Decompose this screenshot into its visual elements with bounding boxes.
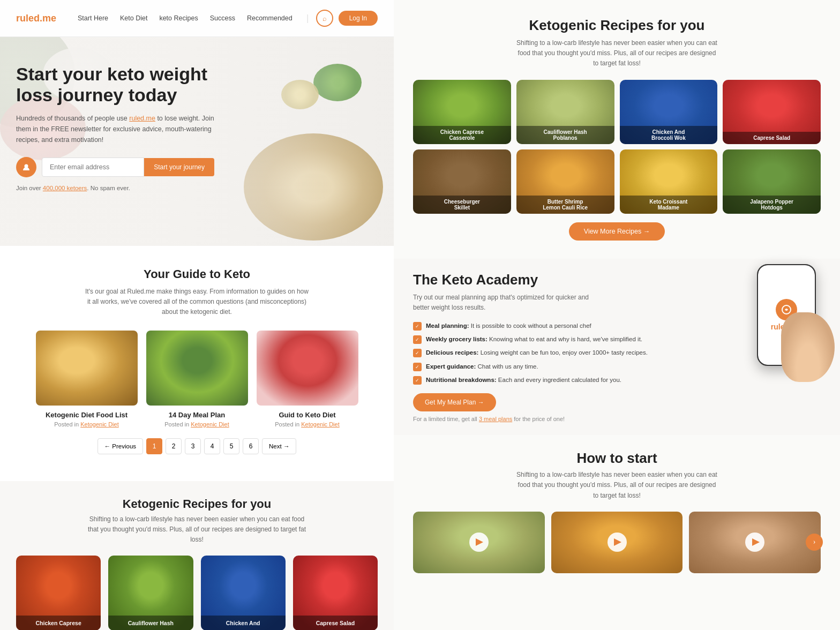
how-to-start-section: How to start Shifting to a low-carb life… bbox=[394, 435, 840, 584]
guide-card-img-inner-0 bbox=[36, 331, 138, 406]
bottom-recipe-row: Chicken Caprese Cauliflower Hash Chicken… bbox=[16, 556, 378, 630]
play-icon-0 bbox=[476, 538, 483, 546]
guide-card-img-inner-2 bbox=[257, 331, 358, 406]
avatar-icon bbox=[16, 157, 36, 177]
guide-title: Your Guide to Keto bbox=[16, 267, 378, 281]
limited-offer-text: For a limited time, get all 3 meal plans… bbox=[413, 416, 821, 422]
right-recipes-desc: Shifting to a low-carb lifestyle has nev… bbox=[515, 38, 719, 69]
feature-check-3: ✓ bbox=[413, 363, 422, 371]
view-more-button[interactable]: View More Recipes bbox=[569, 222, 665, 241]
guide-section: Your Guide to Keto It's our goal at Rule… bbox=[0, 246, 394, 481]
pagination-5[interactable]: 5 bbox=[223, 438, 239, 454]
how-video-2[interactable] bbox=[689, 512, 821, 573]
academy-feature-4: ✓ Nutritional breakdowns: Each and every… bbox=[413, 376, 821, 385]
bottom-recipe-label-3: Caprese Salad bbox=[293, 616, 378, 630]
how-video-0[interactable] bbox=[413, 512, 545, 573]
how-videos-next-arrow[interactable]: › bbox=[806, 534, 823, 551]
play-button-0[interactable] bbox=[469, 532, 489, 552]
how-video-1[interactable] bbox=[551, 512, 683, 573]
join-text: Join over 400,000 ketoers. No spam ever. bbox=[16, 185, 214, 191]
bottom-recipe-2[interactable]: Chicken And bbox=[201, 556, 286, 630]
feature-check-4: ✓ bbox=[413, 376, 422, 385]
pagination-next[interactable]: Next → bbox=[262, 438, 296, 454]
pagination-6[interactable]: 6 bbox=[243, 438, 259, 454]
feature-text-2: Delicious recipes: Losing weight can be … bbox=[426, 348, 648, 357]
play-icon-2 bbox=[752, 538, 760, 546]
hero-content: Start your keto weight loss journey toda… bbox=[0, 37, 230, 213]
recipe-tile-7[interactable]: Jalapeno PopperHotdogs bbox=[723, 149, 821, 214]
pagination-3[interactable]: 3 bbox=[185, 438, 201, 454]
guide-desc: It's our goal at Ruled.me make things ea… bbox=[85, 287, 310, 318]
recipe-tile-label-6: Keto CroissantMadame bbox=[620, 196, 718, 214]
nav-start-here[interactable]: Start Here bbox=[78, 14, 108, 22]
guide-card-cat-2: Posted in Ketogenic Diet bbox=[257, 421, 358, 428]
pagination: ← Previous 1 2 3 4 5 6 Next → bbox=[16, 428, 378, 465]
phone-brand-icon bbox=[781, 304, 792, 315]
get-plan-button[interactable]: Get My Meal Plan bbox=[413, 393, 496, 411]
logo-text-me: me bbox=[42, 13, 56, 24]
guide-card-img-inner-1 bbox=[146, 331, 248, 406]
nav-keto-recipes[interactable]: keto Recipes bbox=[159, 14, 198, 22]
search-button[interactable]: ⌕ bbox=[316, 10, 333, 27]
email-input[interactable] bbox=[42, 158, 144, 177]
bottom-recipe-label-2: Chicken And bbox=[201, 616, 286, 630]
nav-links: Start Here Keto Diet keto Recipes Succes… bbox=[78, 14, 304, 22]
guide-card-title-0: Ketogenic Diet Food List bbox=[36, 411, 138, 419]
hero-section: Start your keto weight loss journey toda… bbox=[0, 37, 394, 246]
recipe-tile-label-1: Cauliflower HashPoblanos bbox=[516, 126, 614, 144]
pagination-1[interactable]: 1 bbox=[146, 438, 162, 454]
play-button-1[interactable] bbox=[608, 532, 627, 552]
nav-divider: | bbox=[306, 13, 308, 23]
recipe-tile-0[interactable]: Chicken CapreseCasserole bbox=[413, 80, 511, 144]
navbar: ruled.me Start Here Keto Diet keto Recip… bbox=[0, 0, 394, 37]
feature-check-2: ✓ bbox=[413, 349, 422, 357]
recipe-tile-5[interactable]: Butter ShrimpLemon Cauli Rice bbox=[516, 149, 614, 214]
logo-text-ruled: ruled. bbox=[16, 13, 42, 24]
recipe-tile-1[interactable]: Cauliflower HashPoblanos bbox=[516, 80, 614, 144]
guide-card-img-2 bbox=[257, 331, 358, 406]
bottom-recipe-0[interactable]: Chicken Caprese bbox=[16, 556, 101, 630]
recipe-tile-4[interactable]: CheeseburgerSkillet bbox=[413, 149, 511, 214]
nav-actions: | ⌕ Log In bbox=[304, 10, 378, 27]
recipe-tile-6[interactable]: Keto CroissantMadame bbox=[620, 149, 718, 214]
start-journey-button[interactable]: Start your journey bbox=[144, 158, 214, 176]
right-recipes-section: Ketogenic Recipes for you Shifting to a … bbox=[394, 0, 840, 259]
bottom-recipes-desc: Shifting to a low-carb lifestyle has nev… bbox=[85, 514, 310, 545]
guide-card-2: Guid to Keto Diet Posted in Ketogenic Di… bbox=[257, 331, 358, 428]
bottom-recipe-3[interactable]: Caprese Salad bbox=[293, 556, 378, 630]
nav-recommended[interactable]: Recommended bbox=[247, 14, 292, 22]
recipe-tile-label-5: Butter ShrimpLemon Cauli Rice bbox=[516, 196, 614, 214]
play-icon-1 bbox=[614, 538, 621, 546]
recipe-tile-label-0: Chicken CapreseCasserole bbox=[413, 126, 511, 144]
nav-keto-diet[interactable]: Keto Diet bbox=[120, 14, 147, 22]
recipe-grid: Chicken CapreseCasserole Cauliflower Has… bbox=[413, 80, 821, 214]
recipe-tile-label-7: Jalapeno PopperHotdogs bbox=[723, 196, 821, 214]
guide-card-img-0 bbox=[36, 331, 138, 406]
guide-card-title-1: 14 Day Meal Plan bbox=[146, 411, 248, 419]
bottom-recipes-section: Ketogenic Recipes for you Shifting to a … bbox=[0, 481, 394, 630]
nav-success[interactable]: Success bbox=[210, 14, 235, 22]
bottom-recipe-label-1: Cauliflower Hash bbox=[108, 616, 193, 630]
feature-check-1: ✓ bbox=[413, 335, 422, 344]
recipe-tile-label-3: Caprese Salad bbox=[723, 132, 821, 144]
pagination-4[interactable]: 4 bbox=[204, 438, 220, 454]
recipe-tile-3[interactable]: Caprese Salad bbox=[723, 80, 821, 144]
recipe-tile-label-4: CheeseburgerSkillet bbox=[413, 196, 511, 214]
guide-card-cat-0: Posted in Ketogenic Diet bbox=[36, 421, 138, 428]
recipe-tile-2[interactable]: Chicken AndBroccoli Wok bbox=[620, 80, 718, 144]
hero-title: Start your keto weight loss journey toda… bbox=[16, 64, 214, 106]
bottom-recipe-label-0: Chicken Caprese bbox=[16, 616, 101, 630]
right-recipes-title: Ketogenic Recipes for you bbox=[413, 17, 821, 34]
login-button[interactable]: Log In bbox=[339, 11, 378, 26]
feature-check-0: ✓ bbox=[413, 322, 422, 331]
user-icon bbox=[22, 163, 31, 171]
guide-card-img-1 bbox=[146, 331, 248, 406]
how-videos-wrapper: › bbox=[413, 512, 821, 573]
academy-section: The Keto Academy Try out our meal planni… bbox=[394, 259, 840, 436]
how-to-start-desc: Shifting to a low-carb lifestyle has nev… bbox=[515, 470, 719, 501]
play-button-2[interactable] bbox=[745, 532, 764, 552]
bottom-recipe-1[interactable]: Cauliflower Hash bbox=[108, 556, 193, 630]
logo: ruled.me bbox=[16, 13, 56, 24]
pagination-2[interactable]: 2 bbox=[166, 438, 182, 454]
pagination-prev[interactable]: ← Previous bbox=[98, 438, 143, 454]
